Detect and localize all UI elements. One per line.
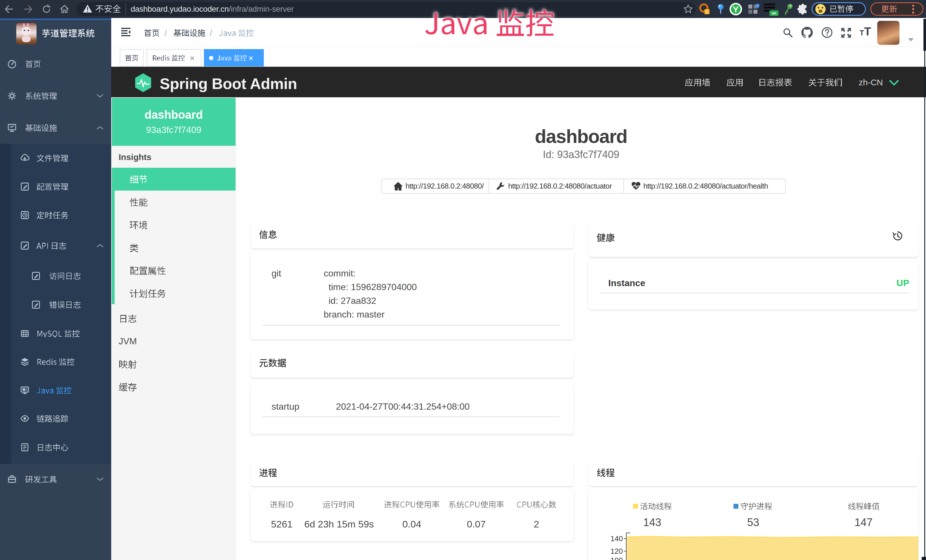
svg-text:100: 100 xyxy=(611,556,623,560)
svg-text:1: 1 xyxy=(706,9,708,14)
svg-text:120: 120 xyxy=(611,547,623,555)
svg-text:on: on xyxy=(772,11,776,15)
svg-text:140: 140 xyxy=(611,534,623,543)
